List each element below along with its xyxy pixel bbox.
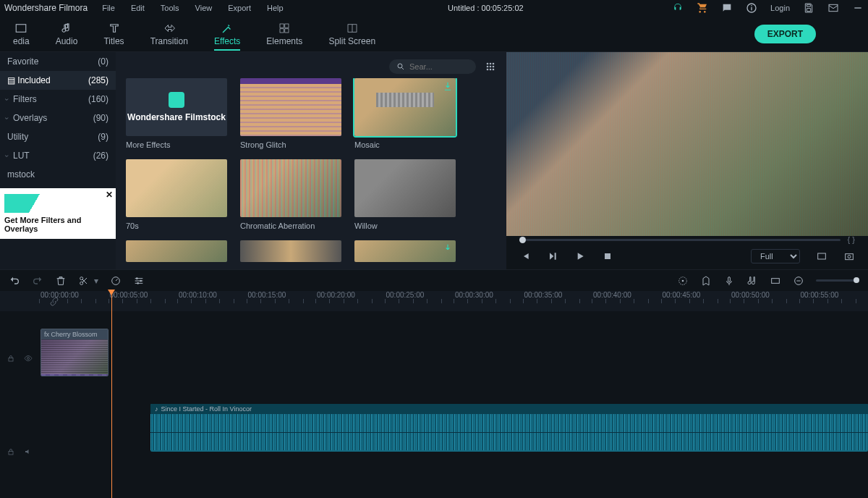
undo-icon[interactable] xyxy=(9,275,20,287)
lock-icon[interactable] xyxy=(7,354,15,363)
ruler-tick: 00:00:10:00 xyxy=(177,291,247,303)
music-note-icon: ♪ xyxy=(155,405,158,413)
tab-elements[interactable]: Elements xyxy=(253,16,315,52)
info-icon[interactable] xyxy=(746,2,757,14)
timeline-ruler[interactable]: 00:00:00:0000:00:05:0000:00:10:0000:00:1… xyxy=(0,291,868,311)
menu-tools[interactable]: Tools xyxy=(161,4,179,12)
svg-rect-2 xyxy=(751,5,752,6)
tab-media[interactable]: edia xyxy=(0,16,43,52)
tab-effects[interactable]: Effects xyxy=(201,16,253,52)
prev-frame-icon[interactable] xyxy=(519,250,531,262)
svg-rect-24 xyxy=(818,253,826,259)
zoom-slider[interactable] xyxy=(816,279,859,282)
sidebar-filters[interactable]: Filters(160) xyxy=(0,90,116,109)
menu-file[interactable]: File xyxy=(102,4,115,12)
project-title: Untitled : 00:05:25:02 xyxy=(299,4,672,12)
menu-view[interactable]: View xyxy=(195,4,213,12)
audio-clip[interactable]: ♪Since I Started - Roll In Vinocor xyxy=(150,404,868,452)
message-icon[interactable] xyxy=(721,2,733,14)
playhead[interactable] xyxy=(111,291,112,498)
svg-rect-4 xyxy=(854,7,861,8)
effect-row3-1[interactable] xyxy=(126,240,227,262)
tab-transition[interactable]: Transition xyxy=(137,16,201,52)
voiceover-icon[interactable] xyxy=(723,275,735,287)
minimize-icon[interactable] xyxy=(852,2,864,14)
tab-titles[interactable]: Titles xyxy=(90,16,137,52)
audio-mix-icon[interactable] xyxy=(746,275,758,287)
stop-icon[interactable] xyxy=(602,250,613,262)
svg-point-16 xyxy=(493,63,495,65)
quality-select[interactable]: Full xyxy=(751,249,800,263)
svg-point-19 xyxy=(493,66,495,68)
effect-mosaic[interactable]: Mosaic xyxy=(354,78,456,149)
play-pause-icon[interactable] xyxy=(547,250,558,262)
eye-icon[interactable] xyxy=(24,354,33,363)
close-icon[interactable]: ✕ xyxy=(106,190,113,200)
video-track[interactable]: fx Cherry Blossom xyxy=(39,329,868,376)
marker-icon[interactable] xyxy=(700,275,712,287)
sidebar-favorite[interactable]: Favorite(0) xyxy=(0,52,116,71)
scrub-bar[interactable] xyxy=(519,239,841,241)
video-clip[interactable]: fx Cherry Blossom xyxy=(41,329,109,376)
menu-export[interactable]: Export xyxy=(228,4,251,12)
search-icon xyxy=(396,62,405,71)
search-input[interactable] xyxy=(409,62,460,71)
zoom-out-icon[interactable] xyxy=(793,275,804,287)
lock-icon[interactable] xyxy=(7,447,15,456)
login-link[interactable]: Login xyxy=(770,4,790,12)
adjust-icon[interactable] xyxy=(133,275,145,287)
cart-icon[interactable] xyxy=(697,2,708,14)
ratio-icon[interactable] xyxy=(770,275,781,287)
audio-track-controls[interactable] xyxy=(0,405,39,498)
sidebar-filmstock[interactable]: mstock xyxy=(0,165,116,184)
headset-icon[interactable] xyxy=(672,2,684,14)
svg-point-32 xyxy=(137,282,139,284)
tab-audio[interactable]: Audio xyxy=(43,16,91,52)
ruler-tick: 00:00:20:00 xyxy=(315,291,385,303)
speaker-icon[interactable] xyxy=(24,447,33,456)
sidebar-ad[interactable]: ✕ Get More Filters and Overlays xyxy=(0,188,116,239)
elements-icon xyxy=(278,22,291,35)
effect-more[interactable]: Wondershare Filmstock More Effects xyxy=(126,78,227,149)
ruler-tick: 00:00:25:00 xyxy=(385,291,454,303)
timeline-toolbar: ▾ xyxy=(0,269,868,291)
sidebar-overlays[interactable]: Overlays(90) xyxy=(0,109,116,127)
mail-icon[interactable] xyxy=(827,2,839,14)
svg-rect-39 xyxy=(9,358,13,361)
svg-point-21 xyxy=(490,69,492,71)
effect-strong-glitch[interactable]: Strong Glitch xyxy=(240,78,341,149)
export-button[interactable]: EXPORT xyxy=(754,25,816,43)
redo-icon[interactable] xyxy=(32,275,43,287)
search-box[interactable] xyxy=(389,59,476,74)
save-icon[interactable] xyxy=(803,2,814,14)
menu-help[interactable]: Help xyxy=(267,4,284,12)
effect-willow[interactable]: Willow xyxy=(354,159,456,230)
svg-rect-5 xyxy=(17,24,27,32)
split-icon[interactable] xyxy=(78,275,90,287)
render-icon[interactable] xyxy=(677,275,689,287)
transition-icon xyxy=(163,22,176,35)
grid-view-icon[interactable] xyxy=(485,61,496,72)
audio-track[interactable]: ♪Since I Started - Roll In Vinocor xyxy=(39,404,868,452)
effect-70s[interactable]: 70s xyxy=(126,159,227,230)
snapshot-icon[interactable] xyxy=(843,250,855,262)
speed-icon[interactable] xyxy=(110,275,122,287)
effect-row3-2[interactable] xyxy=(240,240,341,262)
video-track-controls[interactable] xyxy=(0,311,39,405)
effect-row3-3[interactable] xyxy=(354,240,456,262)
svg-point-17 xyxy=(487,66,489,68)
delete-icon[interactable] xyxy=(55,275,67,287)
tool-tabs: edia Audio Titles Transition Effects Ele… xyxy=(0,16,868,52)
svg-rect-35 xyxy=(728,277,731,282)
ruler-tick: 00:00:30:00 xyxy=(454,291,523,303)
sidebar-lut[interactable]: LUT(26) xyxy=(0,146,116,165)
sidebar-utility[interactable]: Utility(9) xyxy=(0,127,116,146)
sidebar-included[interactable]: ▤ Included(285) xyxy=(0,71,116,90)
fullscreen-icon[interactable] xyxy=(816,250,827,262)
menu-edit[interactable]: Edit xyxy=(131,4,145,12)
ruler-tick: 00:00:15:00 xyxy=(247,291,316,303)
preview-viewport[interactable] xyxy=(506,52,868,236)
tab-splitscreen[interactable]: Split Screen xyxy=(315,16,388,52)
effect-chromatic[interactable]: Chromatic Aberration xyxy=(240,159,341,230)
play-icon[interactable] xyxy=(574,250,586,262)
